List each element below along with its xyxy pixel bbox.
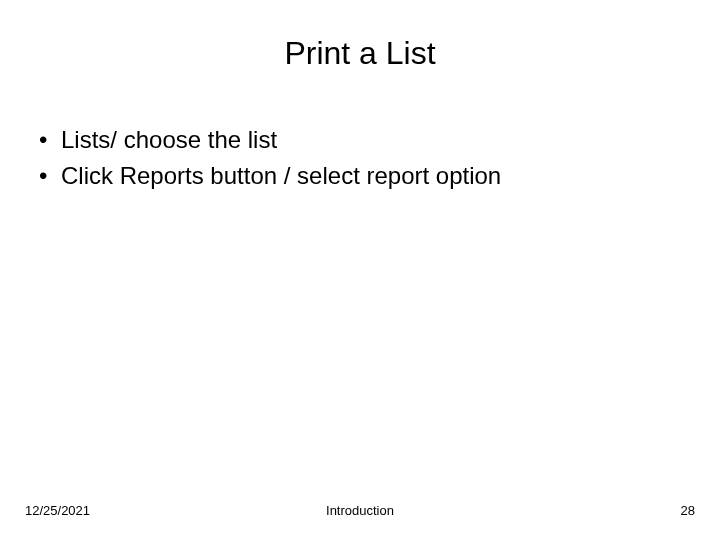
bullet-item: Click Reports button / select report opt… — [33, 158, 695, 194]
slide-container: Print a List Lists/ choose the list Clic… — [0, 0, 720, 540]
bullet-list: Lists/ choose the list Click Reports but… — [33, 122, 695, 194]
footer-page: 28 — [681, 503, 695, 518]
bullet-item: Lists/ choose the list — [33, 122, 695, 158]
footer-title: Introduction — [326, 503, 394, 518]
slide-footer: 12/25/2021 Introduction 28 — [0, 503, 720, 518]
footer-date: 12/25/2021 — [25, 503, 90, 518]
slide-title: Print a List — [25, 35, 695, 72]
slide-content: Lists/ choose the list Click Reports but… — [25, 122, 695, 194]
